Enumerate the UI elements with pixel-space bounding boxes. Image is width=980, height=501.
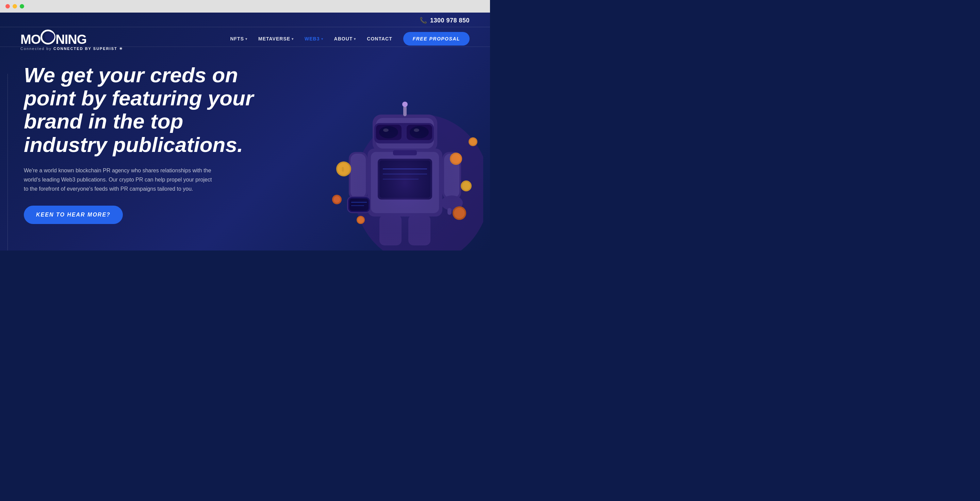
nav-item-nfts[interactable]: NFTS ▾: [230, 36, 247, 41]
chevron-down-icon: ▾: [321, 37, 323, 41]
svg-point-41: [334, 196, 340, 203]
free-proposal-button[interactable]: FREE PROPOSAL: [403, 32, 469, 46]
nav-item-metaverse[interactable]: METAVERSE ▾: [258, 36, 294, 41]
side-line: [8, 74, 8, 251]
minimize-button-icon[interactable]: [13, 4, 17, 8]
logo[interactable]: MO NING Connected by Connected by SUPERI…: [21, 29, 123, 51]
phone-contact[interactable]: 📞 1300 978 850: [420, 17, 469, 24]
nav-item-about[interactable]: ABOUT ▾: [334, 36, 356, 41]
svg-point-50: [344, 114, 466, 251]
phone-number: 1300 978 850: [430, 17, 469, 24]
close-button-icon[interactable]: [5, 4, 10, 8]
robot-illustration: ₿: [293, 53, 490, 251]
page: MO NING Connected by Connected by SUPERI…: [0, 13, 490, 251]
svg-point-49: [469, 138, 476, 145]
robot-svg: ₿: [293, 53, 483, 251]
logo-subtitle: Connected by Connected by SUPERIST ☀: [21, 47, 123, 51]
hero-description: We're a world known blockchain PR agency…: [24, 166, 215, 194]
nav-item-contact[interactable]: CONTACT: [367, 36, 392, 41]
browser-chrome: [0, 0, 490, 13]
maximize-button-icon[interactable]: [20, 4, 24, 8]
chevron-down-icon: ▾: [292, 37, 294, 41]
navbar-top: 📞 1300 978 850: [0, 13, 490, 27]
phone-icon: 📞: [420, 17, 427, 24]
svg-point-18: [402, 101, 408, 107]
chevron-down-icon: ▾: [245, 37, 247, 41]
hero-title: We get your creds on point by featuring …: [24, 63, 262, 156]
keen-to-hear-more-button[interactable]: KEEN TO HEAR MORE?: [24, 206, 123, 224]
logo-text: MO NING: [21, 29, 123, 46]
svg-text:₿: ₿: [342, 166, 344, 172]
hero-content: We get your creds on point by featuring …: [24, 63, 262, 224]
chevron-down-icon: ▾: [354, 37, 356, 41]
nav-item-web3[interactable]: WEB3 ▾: [305, 36, 323, 41]
